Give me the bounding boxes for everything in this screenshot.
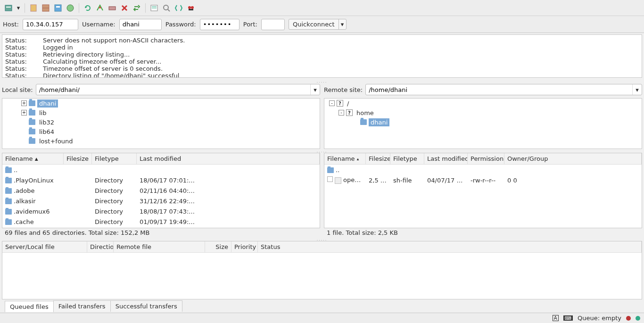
splitter-tree[interactable] (0, 149, 644, 153)
queue-header: Server/Local file Direction Remote file … (2, 241, 642, 253)
disconnect-button[interactable] (119, 2, 130, 14)
splitter-list[interactable] (0, 237, 644, 241)
toggle-queue-button[interactable] (52, 2, 64, 14)
col-remote-file[interactable]: Remote file (114, 241, 205, 252)
tab-failed[interactable]: Failed transfers (53, 300, 111, 312)
username-input[interactable] (119, 19, 162, 30)
folder-icon (5, 178, 12, 183)
col-owner[interactable]: Owner/Group (504, 153, 642, 164)
remote-path-combo[interactable]: ▾ (365, 84, 642, 95)
tree-node[interactable]: lib32 (2, 117, 320, 127)
tree-node[interactable]: +lib (2, 108, 320, 117)
tree-node[interactable]: -?/ (324, 99, 642, 108)
col-filetype[interactable]: Filetype (390, 153, 424, 164)
tree-expander[interactable]: - (329, 100, 335, 106)
tree-node[interactable]: dhani (324, 117, 642, 127)
col-server[interactable]: Server/Local file (2, 241, 87, 252)
log-message: Logged in (43, 44, 73, 51)
find-button[interactable] (185, 2, 197, 14)
chevron-down-icon[interactable]: ▾ (310, 84, 320, 95)
message-log[interactable]: Status:Server does not support non-ASCII… (2, 34, 642, 78)
cancel-button[interactable] (107, 2, 118, 14)
col-filename[interactable]: Filename ▴ (324, 153, 366, 164)
refresh-button[interactable] (82, 2, 93, 14)
search-remote-button[interactable] (161, 2, 172, 14)
folder-icon (5, 188, 12, 194)
quickconnect-button[interactable]: Quickconnect (289, 19, 339, 29)
tab-success[interactable]: Successful transfers (110, 300, 182, 312)
tree-node[interactable]: lost+found (2, 136, 320, 146)
local-path-combo[interactable]: ▾ (36, 84, 320, 95)
log-label: Status: (5, 44, 43, 51)
tree-expander[interactable]: + (21, 110, 27, 116)
log-label: Status: (5, 72, 43, 78)
col-direction[interactable]: Direction (87, 241, 114, 252)
process-queue-button[interactable] (94, 2, 106, 14)
list-item[interactable]: .avidemux6Directory18/08/17 07:43:... (2, 206, 320, 216)
activity-led-send (626, 316, 631, 321)
list-item[interactable]: .PlayOnLinuxDirectory18/06/17 07:01:... (2, 175, 320, 185)
tree-node[interactable]: lib64 (2, 127, 320, 136)
toggle-edit-button[interactable] (28, 2, 39, 14)
host-input[interactable] (23, 19, 78, 30)
col-modified[interactable]: Last modified (424, 153, 468, 164)
col-filesize[interactable]: Filesize (366, 153, 390, 164)
toggle-remote-button[interactable] (65, 2, 76, 14)
unknown-icon: ? (346, 109, 353, 116)
tree-node[interactable]: +dhani (2, 99, 320, 108)
local-file-list[interactable]: Filename ▲ Filesize Filetype Last modifi… (2, 153, 320, 228)
separator (79, 3, 79, 13)
log-label: Status: (5, 65, 43, 72)
tree-spacer (353, 119, 358, 125)
col-filetype[interactable]: Filetype (92, 153, 137, 164)
tree-label: dhani (37, 99, 58, 108)
splitter-log[interactable] (0, 79, 644, 83)
site-manager-button[interactable] (3, 2, 14, 14)
site-manager-dropdown[interactable]: ▾ (15, 4, 22, 11)
remote-path-input[interactable] (366, 84, 632, 95)
quickconnect-dropdown[interactable]: ▾ (339, 19, 346, 29)
folder-icon (29, 100, 35, 106)
col-priority[interactable]: Priority (231, 241, 258, 252)
reconnect-button[interactable] (131, 2, 142, 14)
remote-file-list[interactable]: Filename ▴ Filesize Filetype Last modifi… (324, 153, 642, 228)
list-item[interactable]: .certDirectory17/07/17 14:21:... (2, 227, 320, 228)
remote-panel: Remote site: ▾ -?/-?homedhani (324, 83, 642, 149)
list-item[interactable]: .. (324, 165, 642, 175)
port-input[interactable] (261, 19, 285, 30)
col-status[interactable]: Status (258, 241, 642, 252)
svg-point-8 (99, 7, 101, 8)
tree-node[interactable]: -?home (324, 108, 642, 117)
tree-expander[interactable]: + (21, 100, 27, 106)
tab-queued[interactable]: Queued files (5, 301, 54, 312)
folder-icon (29, 119, 35, 125)
list-item[interactable]: .. (2, 165, 320, 175)
remote-list-header: Filename ▴ Filesize Filetype Last modifi… (324, 153, 642, 165)
col-size[interactable]: Size (205, 241, 231, 252)
col-filename[interactable]: Filename ▲ (2, 153, 64, 164)
activity-led-recv (636, 316, 640, 321)
queue-body[interactable] (2, 253, 642, 299)
toggle-tree-button[interactable] (40, 2, 51, 14)
password-input[interactable] (200, 19, 239, 30)
local-list-header: Filename ▲ Filesize Filetype Last modifi… (2, 153, 320, 165)
local-panel: Local site: ▾ +dhani+liblib32lib64lost+f… (2, 83, 320, 149)
remote-tree[interactable]: -?/-?homedhani (324, 98, 642, 149)
svg-rect-6 (56, 6, 60, 8)
list-item[interactable]: .adobeDirectory02/11/16 04:40:... (2, 185, 320, 196)
checkbox[interactable] (327, 176, 333, 182)
tree-expander[interactable]: - (339, 110, 344, 116)
local-path-input[interactable] (36, 84, 310, 95)
local-tree[interactable]: +dhani+liblib32lib64lost+found (2, 98, 320, 149)
compare-button[interactable] (173, 2, 184, 14)
separator (145, 3, 146, 13)
toggle-log-button[interactable] (149, 2, 160, 14)
tree-spacer (21, 119, 27, 125)
list-item[interactable]: .alkasirDirectory31/12/16 22:49:... (2, 196, 320, 206)
col-modified[interactable]: Last modified (137, 153, 320, 164)
list-item[interactable]: opens...2,5 KBsh-file04/07/17 02:...-rw-… (324, 175, 642, 185)
col-permissions[interactable]: Permission (468, 153, 504, 164)
col-filesize[interactable]: Filesize (64, 153, 92, 164)
chevron-down-icon[interactable]: ▾ (632, 84, 642, 95)
list-item[interactable]: .cacheDirectory01/09/17 19:49:... (2, 216, 320, 227)
